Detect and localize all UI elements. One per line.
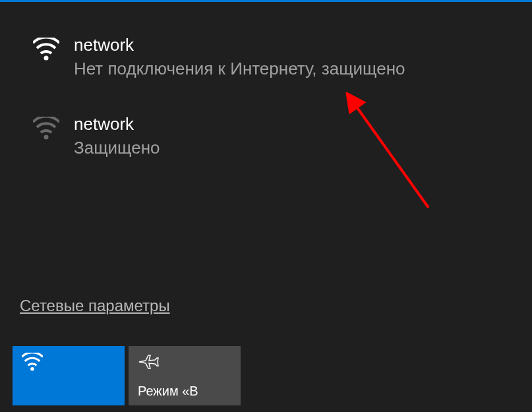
wifi-icon bbox=[33, 38, 59, 61]
network-list: network Нет подключения к Интернету, защ… bbox=[0, 2, 532, 160]
network-settings-link[interactable]: Сетевые параметры bbox=[20, 297, 170, 315]
svg-point-2 bbox=[30, 367, 34, 371]
svg-point-0 bbox=[44, 56, 49, 61]
network-status: Нет подключения к Интернету, защищено bbox=[74, 57, 405, 80]
network-info: network Нет подключения к Интернету, защ… bbox=[74, 35, 405, 81]
network-name: network bbox=[74, 114, 160, 134]
wifi-icon bbox=[33, 117, 59, 140]
network-item-available[interactable]: network Защищено bbox=[33, 114, 512, 160]
action-tiles: Режим «В bbox=[13, 346, 241, 405]
svg-point-1 bbox=[44, 134, 49, 139]
wifi-icon bbox=[22, 353, 43, 371]
network-item-connected[interactable]: network Нет подключения к Интернету, защ… bbox=[33, 35, 512, 81]
airplane-tile-label: Режим «В bbox=[138, 384, 231, 399]
wifi-toggle-tile[interactable] bbox=[13, 346, 125, 405]
airplane-mode-tile[interactable]: Режим «В bbox=[129, 346, 241, 405]
network-status: Защищено bbox=[74, 136, 160, 160]
network-name: network bbox=[74, 35, 405, 55]
network-info: network Защищено bbox=[74, 114, 160, 160]
airplane-icon bbox=[138, 353, 159, 371]
